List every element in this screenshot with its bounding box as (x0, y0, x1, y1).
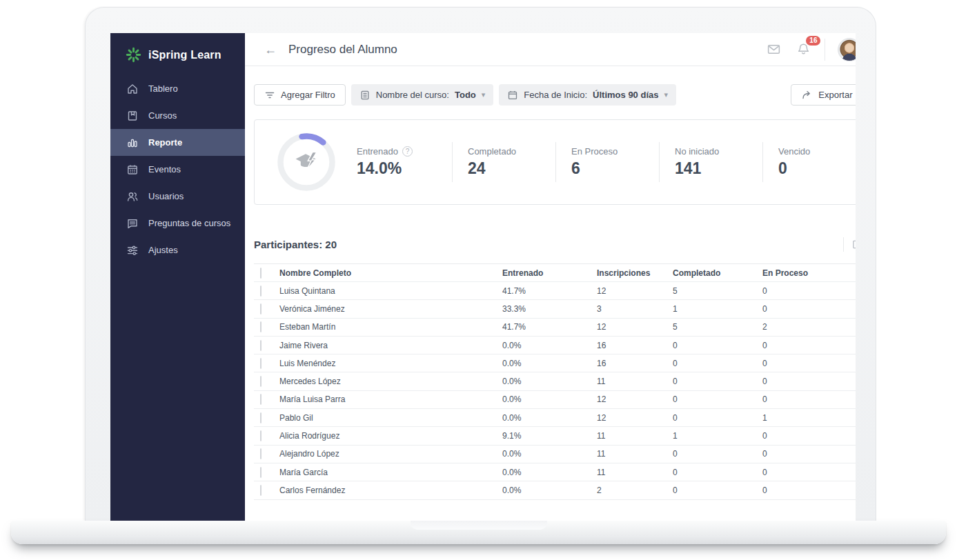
table-row[interactable]: Esteban Martín 41.7% 12 5 2 (254, 319, 856, 337)
sidebar-item-usuarios[interactable]: Usuarios (110, 183, 245, 210)
back-button[interactable]: ← (263, 42, 278, 57)
table-row[interactable]: Alicia Rodríguez 9.1% 11 1 0 (254, 427, 856, 445)
table-row[interactable]: Mercedes López 0.0% 11 0 0 (254, 372, 856, 390)
row-checkbox[interactable] (260, 485, 262, 496)
table-row[interactable]: María García 0.0% 11 0 0 (254, 463, 856, 481)
participant-name: Luisa Quintana (279, 286, 502, 296)
cell-completado: 1 (673, 304, 762, 314)
calendar-icon (507, 90, 518, 101)
course-filter-chip[interactable]: Nombre del curso: Todo ▾ (351, 84, 494, 106)
select-all-checkbox[interactable] (260, 268, 262, 279)
cell-entrenado: 0.0% (502, 341, 597, 350)
metric-label: Vencido (778, 146, 856, 157)
cell-inscripciones: 12 (597, 413, 673, 423)
cell-en-proceso: 0 (762, 486, 856, 495)
app-window: iSpring Learn Tablero Cursos (110, 33, 856, 521)
app-logo[interactable]: iSpring Learn (110, 33, 245, 75)
cell-entrenado: 33.3% (502, 304, 597, 314)
user-menu[interactable]: ▾ (838, 38, 856, 61)
sidebar-item-cursos[interactable]: Cursos (110, 102, 245, 129)
cell-en-proceso: 0 (762, 304, 856, 314)
add-filter-label: Agregar Filtro (281, 90, 335, 100)
participant-name: Mercedes López (279, 377, 502, 386)
sidebar-item-label: Eventos (148, 164, 181, 174)
cell-en-proceso: 0 (762, 431, 856, 441)
table-row[interactable]: María Luisa Parra 0.0% 12 0 0 (254, 391, 856, 409)
table-row[interactable]: Carlos Fernández 0.0% 2 0 0 (254, 481, 856, 499)
row-checkbox[interactable] (260, 303, 262, 314)
chevron-down-icon: ▾ (664, 90, 668, 99)
columns-icon (852, 239, 856, 250)
metric-en-proceso: En Proceso 6 (555, 142, 659, 182)
sidebar-item-eventos[interactable]: Eventos (110, 156, 245, 183)
participant-name: Luis Menéndez (279, 359, 502, 368)
document-icon (359, 90, 371, 101)
cell-en-proceso: 0 (762, 449, 856, 459)
row-checkbox[interactable] (260, 394, 262, 405)
row-checkbox[interactable] (260, 340, 262, 351)
row-checkbox[interactable] (260, 286, 262, 297)
chevron-down-icon: ▾ (482, 90, 486, 99)
cell-entrenado: 41.7% (502, 286, 597, 296)
topbar-divider (825, 39, 825, 61)
table-row[interactable]: Verónica Jiménez 33.3% 3 1 0 (254, 300, 856, 318)
row-checkbox[interactable] (260, 321, 262, 332)
row-checkbox[interactable] (260, 430, 262, 441)
ispring-logo-icon (126, 47, 141, 63)
help-icon[interactable]: ? (402, 146, 413, 157)
metric-completado: Completado 24 (452, 142, 555, 182)
column-header[interactable]: Inscripciones (597, 268, 673, 278)
sidebar-item-reporte[interactable]: Reporte (110, 129, 245, 156)
sidebar-item-label: Ajustes (148, 245, 178, 255)
cell-en-proceso: 0 (762, 468, 856, 477)
participant-name: Esteban Martín (279, 322, 502, 332)
table-row[interactable]: Luis Menéndez 0.0% 16 0 0 (254, 354, 856, 372)
sidebar: iSpring Learn Tablero Cursos (110, 33, 245, 521)
row-checkbox[interactable] (260, 448, 262, 459)
sidebar-item-ajustes[interactable]: Ajustes (110, 237, 245, 263)
cell-completado: 5 (673, 322, 762, 332)
cell-inscripciones: 11 (597, 449, 673, 459)
sidebar-item-tablero[interactable]: Tablero (110, 75, 245, 102)
date-filter-value: Últimos 90 días (593, 90, 658, 100)
table-row[interactable]: Pablo Gil 0.0% 12 0 1 (254, 409, 856, 427)
course-filter-label: Nombre del curso: (376, 90, 449, 100)
row-checkbox[interactable] (260, 467, 262, 478)
column-header[interactable]: Completado (673, 268, 762, 278)
column-header[interactable]: En Proceso (762, 268, 856, 278)
book-icon (126, 110, 139, 122)
cell-entrenado: 0.0% (502, 394, 597, 404)
metric-label: Entrenado (357, 146, 398, 157)
add-filter-button[interactable]: Agregar Filtro (254, 84, 346, 106)
participants-title: Participantes: 20 (254, 239, 337, 250)
cell-inscripciones: 11 (597, 431, 673, 441)
notifications-button[interactable]: 16 (795, 41, 812, 58)
export-button[interactable]: Exportar ▾ (791, 84, 856, 106)
column-header[interactable]: Nombre Completo (279, 268, 502, 278)
add-column-button[interactable]: + (843, 237, 856, 252)
row-checkbox[interactable] (260, 358, 262, 369)
main-area: ← Progreso del Alumno (245, 33, 856, 521)
content: Agregar Filtro Nombre del curso: Todo ▾ (245, 66, 856, 521)
date-filter-chip[interactable]: Fecha de Inicio: Últimos 90 días ▾ (499, 84, 676, 106)
participants-header: Participantes: 20 + (254, 237, 856, 252)
course-filter-value: Todo (455, 90, 476, 100)
cell-inscripciones: 12 (597, 322, 673, 332)
laptop-notch (411, 521, 547, 530)
cell-inscripciones: 11 (597, 468, 673, 477)
table-row[interactable]: Jaime Rivera 0.0% 16 0 0 (254, 337, 856, 354)
sidebar-item-preguntas[interactable]: Preguntas de cursos (110, 210, 245, 237)
metric-value: 6 (571, 159, 659, 178)
home-icon (126, 83, 139, 95)
row-checkbox[interactable] (260, 412, 262, 423)
column-header[interactable]: Entrenado (502, 268, 597, 278)
sidebar-item-label: Usuarios (148, 191, 184, 201)
messages-button[interactable] (765, 41, 782, 58)
table-row[interactable]: Luisa Quintana 41.7% 12 5 0 (254, 282, 856, 300)
sliders-icon (126, 244, 139, 257)
participant-name: Alicia Rodríguez (279, 431, 502, 441)
export-label: Exportar (818, 90, 852, 100)
metric-value: 0 (778, 159, 856, 178)
table-row[interactable]: Alejandro López 0.0% 11 0 0 (254, 446, 856, 463)
row-checkbox[interactable] (260, 376, 262, 387)
